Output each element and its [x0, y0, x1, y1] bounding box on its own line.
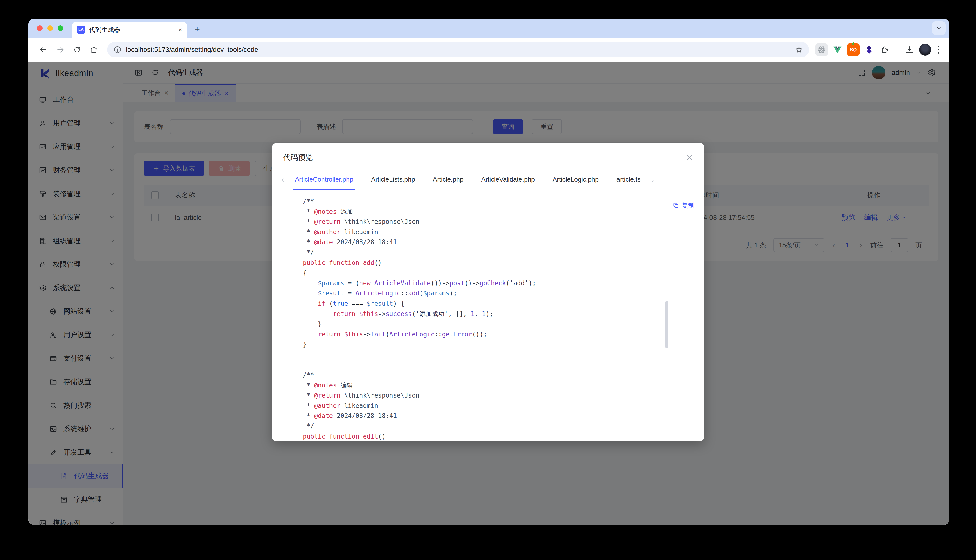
modal-close-button[interactable]: [686, 154, 693, 161]
code-preview-modal: 代码预览 ArticleController.phpArticleLists.p…: [272, 143, 704, 441]
atom-icon: [817, 45, 826, 54]
traffic-lights: [37, 25, 63, 31]
close-icon: [686, 154, 693, 161]
puzzle-icon: [881, 45, 889, 54]
file-tab-Article.php[interactable]: Article.php: [433, 176, 463, 190]
browser-profile-avatar[interactable]: [919, 44, 931, 56]
code-body: 复制 /** * @notes 添加 * @return \think\resp…: [272, 196, 704, 441]
tab-close-icon[interactable]: ×: [179, 26, 182, 33]
browser-menu-button[interactable]: [934, 46, 943, 53]
browser-tabstrip: LA 代码生成器 × +: [28, 19, 949, 38]
close-window-button[interactable]: [37, 25, 42, 31]
browser-toolbar: localhost:5173/admin/setting/dev_tools/c…: [28, 38, 949, 62]
extensions-area: SQ: [816, 43, 943, 56]
copy-label: 复制: [682, 201, 695, 210]
home-icon: [90, 45, 98, 54]
forward-button[interactable]: [53, 43, 67, 57]
zoom-window-button[interactable]: [58, 25, 63, 31]
file-tab-ArticleLogic.php[interactable]: ArticleLogic.php: [553, 176, 599, 190]
chevron-down-icon: [936, 25, 942, 31]
vue-icon: [832, 45, 842, 55]
page-viewport: likeadmin 工作台用户管理应用管理财务管理装修管理渠道设置组织管理权限管…: [28, 62, 949, 525]
copy-icon: [673, 202, 679, 209]
file-tabs: ArticleController.phpArticleLists.phpArt…: [272, 176, 704, 190]
purple-extension-icon[interactable]: [863, 43, 876, 56]
forward-icon: [56, 45, 65, 54]
code-block[interactable]: /** * @notes 添加 * @return \think\respons…: [303, 196, 668, 441]
file-tab-ArticleLists.php[interactable]: ArticleLists.php: [371, 176, 415, 190]
browser-tab-title: 代码生成器: [89, 26, 175, 34]
toolbar-divider: [897, 44, 897, 55]
browser-tab[interactable]: LA 代码生成器 ×: [72, 22, 187, 38]
back-icon: [39, 45, 48, 54]
reload-icon: [73, 46, 81, 54]
vue-devtools-icon[interactable]: [831, 43, 844, 56]
tabs-scroll-left-button[interactable]: [280, 178, 286, 183]
tab-search-button[interactable]: [932, 22, 946, 35]
home-button[interactable]: [87, 43, 101, 57]
modal-title: 代码预览: [283, 152, 313, 162]
new-tab-button[interactable]: +: [194, 24, 200, 34]
file-tab-article.ts[interactable]: article.ts: [617, 176, 641, 190]
tabs-scroll-right-button[interactable]: [650, 178, 655, 183]
minimize-window-button[interactable]: [47, 25, 53, 31]
downloads-button[interactable]: [903, 43, 916, 56]
diamond-icon: [864, 45, 874, 55]
download-icon: [905, 45, 914, 54]
browser-window: LA 代码生成器 × + localhost:5173/admin/settin…: [28, 19, 949, 525]
address-bar[interactable]: localhost:5173/admin/setting/dev_tools/c…: [107, 42, 809, 57]
chevron-left-icon: [280, 178, 286, 183]
back-button[interactable]: [37, 43, 50, 57]
site-favicon: LA: [77, 26, 85, 34]
chevron-right-icon: [650, 178, 655, 183]
reload-button[interactable]: [70, 43, 84, 57]
copy-button[interactable]: 复制: [673, 201, 695, 210]
site-info-icon[interactable]: [114, 46, 122, 54]
url-text[interactable]: localhost:5173/admin/setting/dev_tools/c…: [126, 46, 791, 53]
file-tab-ArticleValidate.php[interactable]: ArticleValidate.php: [481, 176, 535, 190]
file-tab-ArticleController.php[interactable]: ArticleController.php: [295, 176, 353, 190]
extensions-menu-button[interactable]: [879, 43, 891, 56]
react-devtools-icon[interactable]: [816, 43, 828, 56]
bookmark-icon[interactable]: [795, 46, 803, 53]
sq-extension-icon[interactable]: SQ: [847, 43, 859, 56]
code-scrollbar-thumb[interactable]: [665, 301, 668, 348]
